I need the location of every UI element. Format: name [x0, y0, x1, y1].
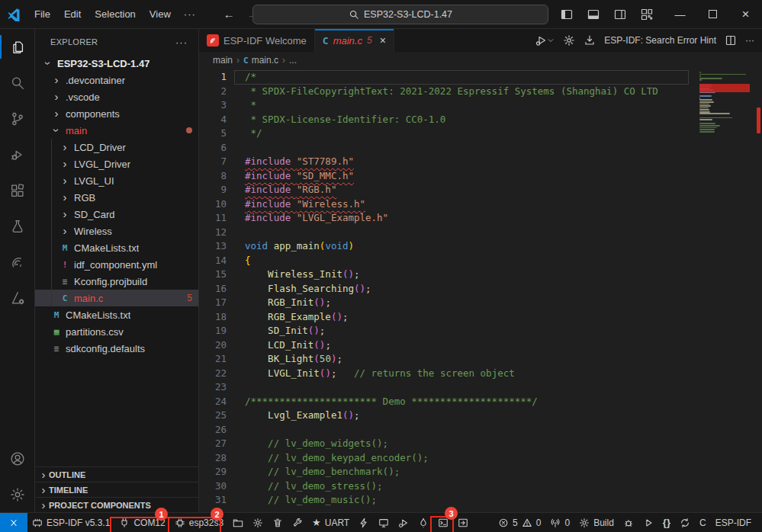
code-line-22[interactable]: 22 LVGL_Init(); // returns the screen ob…	[199, 367, 762, 381]
code-line-12[interactable]: 12	[199, 226, 762, 240]
status-monitor-device[interactable]	[374, 513, 394, 532]
tree-item-vscode[interactable]: ›.vscode	[35, 88, 198, 105]
status-cmake-build[interactable]: Build	[574, 513, 619, 532]
line-number[interactable]: 21	[199, 352, 227, 367]
status-serial-port[interactable]: COM12	[114, 513, 169, 532]
code-line-11[interactable]: 11#include "LVGL_Example.h"	[199, 211, 762, 226]
breadcrumb-item-[interactable]: ...	[289, 55, 297, 66]
command-center-search[interactable]: ESP32-S3-LCD-1.47	[252, 5, 548, 24]
status-open-idf-terminal[interactable]	[453, 513, 473, 532]
tree-item-cmakelists-txt[interactable]: MCMakeLists.txt	[35, 306, 198, 323]
line-number[interactable]: 24	[199, 395, 227, 409]
activity-source-control-button[interactable]	[0, 101, 34, 136]
status-build-flash-monitor[interactable]	[413, 513, 433, 532]
explorer-more-button[interactable]: ···	[175, 37, 188, 48]
status-remote[interactable]	[0, 513, 27, 532]
code-line-13[interactable]: 13void app_main(void)	[199, 239, 762, 254]
tree-item-sdkconfig-defaults[interactable]: ≡sdkconfig.defaults	[35, 340, 198, 357]
menu-overflow-button[interactable]: ···	[178, 8, 202, 20]
line-number[interactable]: 18	[199, 310, 227, 325]
status-format[interactable]: {}	[658, 513, 675, 532]
close-button[interactable]: ×	[729, 0, 762, 28]
code-line-21[interactable]: 21 BK_Light(50);	[199, 352, 762, 367]
run-device-button[interactable]	[535, 34, 555, 46]
section-outline[interactable]: ›OUTLINE	[35, 466, 198, 482]
line-number[interactable]: 26	[199, 423, 227, 437]
toggle-secondary-sidebar-button[interactable]	[614, 8, 626, 21]
status-menuconfig[interactable]	[248, 513, 268, 532]
code-line-25[interactable]: 25 Lvgl_Example1();	[199, 409, 762, 423]
status-sync[interactable]	[675, 513, 695, 532]
tree-item-cmakelists-txt[interactable]: MCMakeLists.txt	[35, 239, 198, 256]
line-number[interactable]: 31	[199, 493, 227, 508]
line-number[interactable]: 5	[199, 127, 227, 141]
tab-main-c[interactable]: Cmain.c5×	[315, 29, 394, 52]
tree-item-partitions-csv[interactable]: ▦partitions.csv	[35, 323, 198, 340]
toggle-panel-button[interactable]	[587, 8, 600, 21]
status-debug-device[interactable]	[394, 513, 413, 532]
section-project-components[interactable]: ›PROJECT COMPONENTS	[35, 497, 198, 512]
section-timeline[interactable]: ›TIMELINE	[35, 482, 198, 497]
line-number[interactable]: 6	[199, 141, 227, 155]
status-idf-version[interactable]: ESP-IDF v5.3.1	[27, 513, 114, 532]
tree-item-kconfig-projbuild[interactable]: ≡Kconfig.projbuild	[35, 273, 198, 290]
toggle-primary-sidebar-button[interactable]	[561, 8, 573, 21]
line-number[interactable]: 12	[199, 226, 227, 240]
tree-item-lcd-driver[interactable]: ›LCD_Driver	[35, 139, 198, 155]
activity-cmake-button[interactable]	[0, 280, 34, 316]
line-number[interactable]: 10	[199, 197, 227, 212]
code-editor[interactable]: 1/*2 * SPDX-FileCopyrightText: 2021-2022…	[199, 69, 762, 512]
code-line-16[interactable]: 16 Flash_Searching();	[199, 282, 762, 296]
settings-button[interactable]	[0, 476, 34, 512]
close-icon[interactable]: ×	[380, 34, 386, 46]
tree-item-lvgl-ui[interactable]: ›LVGL_UI	[35, 172, 198, 189]
code-line-15[interactable]: 15 Wireless_Init();	[199, 268, 762, 282]
code-line-8[interactable]: 8#include "SD_MMC.h"	[199, 169, 762, 184]
line-number[interactable]: 11	[199, 211, 227, 226]
code-line-7[interactable]: 7#include "ST7789.h"	[199, 155, 762, 169]
code-line-24[interactable]: 24/********************** Demo *********…	[199, 395, 762, 409]
install-button[interactable]	[584, 34, 596, 46]
line-number[interactable]: 7	[199, 155, 227, 169]
line-number[interactable]: 2	[199, 85, 227, 99]
code-line-1[interactable]: 1/*	[199, 70, 762, 85]
line-number[interactable]: 14	[199, 254, 227, 268]
menu-file[interactable]: File	[27, 0, 57, 28]
line-number[interactable]: 9	[199, 183, 227, 197]
line-number[interactable]: 3	[199, 98, 227, 113]
status-build-project[interactable]	[288, 513, 307, 532]
status-flash-device[interactable]	[354, 513, 374, 532]
line-number[interactable]: 27	[199, 437, 227, 451]
code-line-27[interactable]: 27 // lv_demo_widgets();	[199, 437, 762, 451]
customize-layout-button[interactable]	[641, 8, 653, 21]
status-cmake-debug[interactable]	[619, 513, 638, 532]
breadcrumb-item-main[interactable]: main	[213, 55, 233, 66]
minimap[interactable]	[699, 69, 750, 133]
code-line-31[interactable]: 31 // lv_demo_music();	[199, 493, 762, 508]
overview-ruler-error-mark[interactable]	[757, 107, 760, 133]
line-number[interactable]: 30	[199, 479, 227, 494]
status-full-clean[interactable]	[268, 513, 288, 532]
line-number[interactable]: 16	[199, 282, 227, 296]
status-idf-target[interactable]: esp32s3	[170, 513, 228, 532]
tree-item-lvgl-driver[interactable]: ›LVGL_Driver	[35, 155, 198, 172]
status-flash-type[interactable]: ★UART	[307, 513, 354, 532]
tree-item-devcontainer[interactable]: ›.devcontainer	[35, 72, 198, 88]
line-number[interactable]: 8	[199, 169, 227, 184]
line-number[interactable]: 22	[199, 367, 227, 381]
line-number[interactable]: 13	[199, 239, 227, 254]
code-line-10[interactable]: 10#include "Wireless.h"	[199, 197, 762, 212]
status-flash-method[interactable]	[228, 513, 248, 532]
menu-edit[interactable]: Edit	[57, 0, 88, 28]
code-line-26[interactable]: 26	[199, 423, 762, 437]
tree-item-idf-component-yml[interactable]: !idf_component.yml	[35, 256, 198, 273]
status-terminal[interactable]	[433, 513, 453, 532]
line-number[interactable]: 19	[199, 324, 227, 338]
code-line-17[interactable]: 17 RGB_Init();	[199, 296, 762, 310]
code-line-30[interactable]: 30 // lv_demo_stress();	[199, 479, 762, 494]
status-cmake-launch[interactable]	[638, 513, 658, 532]
code-line-19[interactable]: 19 SD_Init();	[199, 324, 762, 338]
account-button[interactable]	[0, 441, 34, 476]
tree-item-main-c[interactable]: Cmain.c5	[35, 290, 198, 306]
menu-view[interactable]: View	[143, 0, 178, 28]
